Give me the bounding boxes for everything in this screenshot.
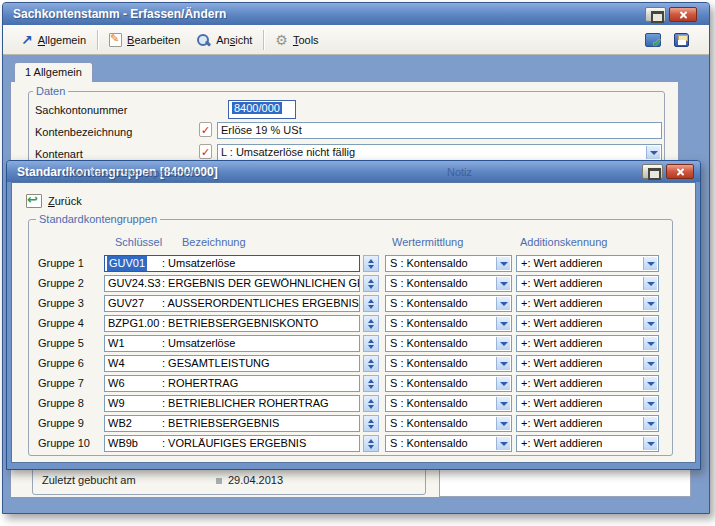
wertermittlung-value: S : Kontensaldo xyxy=(390,336,468,351)
group-key-input[interactable]: WB9b : VORLÄUFIGES ERGEBNIS xyxy=(104,435,360,452)
group-key-input[interactable]: GUV01 : Umsatzerlöse xyxy=(104,255,360,272)
wertermittlung-select[interactable]: S : Kontensaldo xyxy=(385,295,512,312)
group-key-input[interactable]: WB2 : BETRIEBSERGEBNIS xyxy=(104,415,360,432)
dropdown-arrow-icon[interactable] xyxy=(643,417,657,430)
menu-bearbeiten-label: Bearbeiten xyxy=(127,34,180,46)
maximize-icon[interactable] xyxy=(645,7,666,22)
additionskennung-select[interactable]: +: Wert addieren xyxy=(516,375,659,392)
group-key-input[interactable]: BZPG1.00 : BETRIEBSERGEBNISKONTO xyxy=(104,315,360,332)
dropdown-arrow-icon[interactable] xyxy=(496,417,510,430)
spinner-icon[interactable] xyxy=(363,415,379,432)
spinner-icon[interactable] xyxy=(363,375,379,392)
menu-allgemein[interactable]: ↗ Allgemein xyxy=(13,30,94,50)
spinner-icon[interactable] xyxy=(363,435,379,452)
kontenbezeichnung-check-icon[interactable]: ✓ xyxy=(199,122,212,137)
menu-bearbeiten[interactable]: ✎ Bearbeiten xyxy=(101,30,188,50)
wertermittlung-select[interactable]: S : Kontensaldo xyxy=(385,355,512,372)
group-key-input[interactable]: GUV24.S3 : ERGEBNIS DER GEWÖHNLICHEN GES xyxy=(104,275,360,292)
dropdown-arrow-icon[interactable] xyxy=(496,257,510,270)
wertermittlung-select[interactable]: S : Kontensaldo xyxy=(385,335,512,352)
kontenart-select[interactable]: L : Umsatzerlöse nicht fällig xyxy=(217,144,662,161)
dropdown-arrow-icon[interactable] xyxy=(496,437,510,450)
additionskennung-select[interactable]: +: Wert addieren xyxy=(516,315,659,332)
group-key-input[interactable]: GUV27 : AUSSERORDENTLICHES ERGEBNIS xyxy=(104,295,360,312)
spinner-icon[interactable] xyxy=(363,395,379,412)
dropdown-arrow-icon[interactable] xyxy=(643,317,657,330)
additionskennung-value: +: Wert addieren xyxy=(521,336,602,351)
kontenbezeichnung-value: Erlöse 19 % USt xyxy=(221,124,302,136)
dropdown-arrow-icon[interactable] xyxy=(496,297,510,310)
dialog-maximize-icon[interactable] xyxy=(642,164,663,179)
spinner-icon[interactable] xyxy=(363,295,379,312)
dropdown-arrow-icon[interactable] xyxy=(643,397,657,410)
dropdown-arrow-icon[interactable] xyxy=(496,277,510,290)
zurueck-button[interactable]: ↩ Zurück xyxy=(22,192,86,210)
wertermittlung-value: S : Kontensaldo xyxy=(390,376,468,391)
additionskennung-select[interactable]: +: Wert addieren xyxy=(516,415,659,432)
column-header-bezeichnung: Bezeichnung xyxy=(182,236,246,248)
close-icon[interactable] xyxy=(669,7,697,22)
dropdown-arrow-icon[interactable] xyxy=(643,357,657,370)
group-description-value: : BETRIEBSERGEBNIS xyxy=(162,416,279,431)
spinner-icon[interactable] xyxy=(363,315,379,332)
spinner-icon[interactable] xyxy=(363,355,379,372)
additionskennung-select[interactable]: +: Wert addieren xyxy=(516,355,659,372)
additionskennung-select[interactable]: +: Wert addieren xyxy=(516,335,659,352)
dropdown-arrow-icon[interactable] xyxy=(643,257,657,270)
dropdown-arrow-icon[interactable] xyxy=(643,337,657,350)
kontenart-label: Kontenart xyxy=(35,148,83,160)
kontenbezeichnung-input[interactable]: Erlöse 19 % USt xyxy=(217,122,662,139)
column-header-additionskennung: Additionskennung xyxy=(520,236,607,248)
daten-group-label: Daten xyxy=(33,85,68,97)
main-window-title: Sachkontenstamm - Erfassen/Ändern xyxy=(3,7,226,21)
group-row-label: Gruppe 4 xyxy=(38,317,84,329)
spinner-icon[interactable] xyxy=(363,335,379,352)
group-key-input[interactable]: W9 : BETRIEBLICHER ROHERTRAG xyxy=(104,395,360,412)
sachkontonummer-input[interactable]: 8400/000 xyxy=(228,100,296,119)
wertermittlung-select[interactable]: S : Kontensaldo xyxy=(385,415,512,432)
zuletzt-gebucht-label: Zuletzt gebucht am xyxy=(42,474,136,486)
main-toolbar: ↗ Allgemein ✎ Bearbeiten Ansicht ⚙ Tools… xyxy=(3,25,709,55)
group-key-input[interactable]: W6 : ROHERTRAG xyxy=(104,375,360,392)
dropdown-arrow-icon[interactable] xyxy=(496,357,510,370)
additionskennung-select[interactable]: +: Wert addieren xyxy=(516,255,659,272)
wertermittlung-select[interactable]: S : Kontensaldo xyxy=(385,375,512,392)
standardkontengruppen-group-label: Standardkontengruppen xyxy=(36,213,160,225)
dropdown-arrow-icon[interactable] xyxy=(496,337,510,350)
group-key-input[interactable]: W4 : GESAMTLEISTUNG xyxy=(104,355,360,372)
dropdown-arrow-icon[interactable] xyxy=(643,437,657,450)
group-key-value: GUV27 xyxy=(108,296,144,311)
additionskennung-value: +: Wert addieren xyxy=(521,316,602,331)
arrow-up-right-icon: ↗ xyxy=(21,33,33,47)
wertermittlung-select[interactable]: S : Kontensaldo xyxy=(385,315,512,332)
dropdown-arrow-icon[interactable] xyxy=(496,317,510,330)
wertermittlung-select[interactable]: S : Kontensaldo xyxy=(385,275,512,292)
group-key-value: W6 xyxy=(108,376,125,391)
menu-tools[interactable]: ⚙ Tools xyxy=(267,30,326,50)
additionskennung-select[interactable]: +: Wert addieren xyxy=(516,435,659,452)
spinner-icon[interactable] xyxy=(363,275,379,292)
dialog-close-icon[interactable] xyxy=(666,164,694,179)
kontenart-check-icon[interactable]: ✓ xyxy=(199,144,212,159)
wertermittlung-select[interactable]: S : Kontensaldo xyxy=(385,395,512,412)
group-description-value: : Umsatzerlöse xyxy=(162,336,235,351)
tab-allgemein[interactable]: 1 Allgemein xyxy=(14,62,93,82)
menu-ansicht[interactable]: Ansicht xyxy=(188,30,260,50)
save-icon[interactable] xyxy=(674,33,689,47)
table-row: Gruppe 5 W1 : Umsatzerlöse S : Kontensal… xyxy=(29,334,672,354)
dropdown-arrow-icon[interactable] xyxy=(496,377,510,390)
additionskennung-select[interactable]: +: Wert addieren xyxy=(516,395,659,412)
dropdown-arrow-icon[interactable] xyxy=(643,377,657,390)
additionskennung-select[interactable]: +: Wert addieren xyxy=(516,295,659,312)
spinner-icon[interactable] xyxy=(363,255,379,272)
additionskennung-select[interactable]: +: Wert addieren xyxy=(516,275,659,292)
apply-icon[interactable]: ✔ xyxy=(645,33,661,47)
main-window-titlebar[interactable]: Sachkontenstamm - Erfassen/Ändern xyxy=(3,3,709,25)
group-key-input[interactable]: W1 : Umsatzerlöse xyxy=(104,335,360,352)
wertermittlung-select[interactable]: S : Kontensaldo xyxy=(385,435,512,452)
dropdown-arrow-icon[interactable] xyxy=(643,277,657,290)
wertermittlung-select[interactable]: S : Kontensaldo xyxy=(385,255,512,272)
dropdown-arrow-icon[interactable] xyxy=(646,146,660,159)
dropdown-arrow-icon[interactable] xyxy=(643,297,657,310)
dropdown-arrow-icon[interactable] xyxy=(496,397,510,410)
